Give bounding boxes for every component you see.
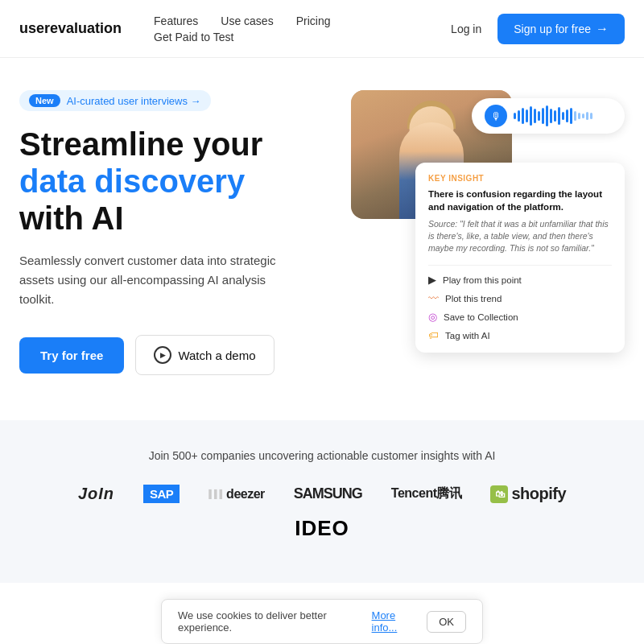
logos-row-2: IDEO [19, 516, 625, 541]
logo-samsung: SAMSUNG [294, 485, 362, 502]
cookie-ok-button[interactable]: OK [427, 611, 466, 633]
hero-mockup: 🎙 [351, 90, 625, 396]
watch-demo-button[interactable]: ▶ Watch a demo [135, 335, 274, 375]
arrow-icon: → [596, 22, 609, 36]
insight-source: Source: "I felt that it was a bit unfami… [428, 218, 612, 254]
tag-icon: 🏷 [428, 329, 439, 341]
play-icon: ▶ [154, 346, 171, 364]
logo-deezer: ▌▌▌deezer [208, 487, 264, 502]
hero-left: New AI-curated user interviews → Streaml… [19, 90, 351, 375]
nav-right: Log in Sign up for free → [451, 14, 625, 44]
logo-ideo: IDEO [295, 516, 349, 541]
insight-card: KEY INSIGHT There is confusion regarding… [415, 163, 625, 353]
action-tag[interactable]: 🏷 Tag with AI [428, 329, 612, 341]
badge-text: AI-curated user interviews → [67, 95, 201, 107]
hero-title: Streamline your data discovery with AI [19, 126, 335, 237]
nav-get-paid[interactable]: Get Paid to Test [154, 31, 233, 43]
cookie-text: We use cookies to deliver better experie… [178, 609, 364, 634]
audio-waveform-pill: 🎙 [472, 98, 625, 134]
hero-badge: New AI-curated user interviews → [19, 90, 211, 111]
logo-join: JoIn [78, 485, 114, 503]
sign-up-button[interactable]: Sign up for free → [497, 14, 625, 44]
action-plot-label: Plot this trend [445, 294, 502, 303]
collection-icon: ◎ [428, 311, 437, 323]
site-logo: userevaluation [19, 20, 122, 37]
action-play-label: Play from this point [443, 275, 522, 285]
nav-pricing[interactable]: Pricing [296, 14, 331, 27]
waveform-bars [514, 105, 612, 126]
try-for-free-button[interactable]: Try for free [19, 337, 124, 374]
logo-sap: SAP [143, 485, 180, 503]
hero-title-line3: with AI [19, 200, 124, 236]
play-from-icon: ▶ [428, 274, 436, 286]
logo-tencent: Tencent腾讯 [391, 485, 462, 502]
insight-text: There is confusion regarding the layout … [428, 188, 612, 213]
navigation: userevaluation Features Use cases Pricin… [0, 0, 644, 58]
trend-icon: 〰 [428, 292, 439, 304]
cookie-banner: We use cookies to deliver better experie… [161, 599, 483, 644]
hero-subtitle: Seamlessly convert customer data into st… [19, 251, 293, 309]
nav-links: Features Use cases Pricing Get Paid to T… [154, 14, 330, 43]
hero-buttons: Try for free ▶ Watch a demo [19, 335, 335, 375]
action-save-label: Save to Collection [444, 312, 518, 322]
hero-section: New AI-curated user interviews → Streaml… [0, 58, 644, 420]
companies-title: Join 500+ companies uncovering actionabl… [19, 449, 625, 462]
logos-row-1: JoIn SAP ▌▌▌deezer SAMSUNG Tencent腾讯 🛍sh… [19, 485, 625, 503]
nav-features[interactable]: Features [154, 14, 198, 27]
nav-use-cases[interactable]: Use cases [221, 14, 273, 27]
logo-shopify: 🛍shopify [490, 485, 566, 503]
microphone-icon: 🎙 [485, 105, 507, 127]
companies-section: Join 500+ companies uncovering actionabl… [0, 420, 644, 583]
insight-actions: ▶ Play from this point 〰 Plot this trend… [428, 265, 612, 341]
cookie-more-info[interactable]: More info... [372, 609, 419, 634]
insight-label: KEY INSIGHT [428, 174, 612, 183]
action-save[interactable]: ◎ Save to Collection [428, 311, 612, 323]
action-play[interactable]: ▶ Play from this point [428, 274, 612, 286]
hero-title-highlight: data discovery [19, 163, 245, 199]
action-tag-label: Tag with AI [445, 331, 490, 341]
log-in-link[interactable]: Log in [451, 23, 481, 35]
hero-title-line1: Streamline your [19, 126, 262, 162]
badge-new-label: New [29, 94, 60, 107]
action-plot[interactable]: 〰 Plot this trend [428, 292, 612, 304]
shopify-icon: 🛍 [490, 485, 508, 503]
